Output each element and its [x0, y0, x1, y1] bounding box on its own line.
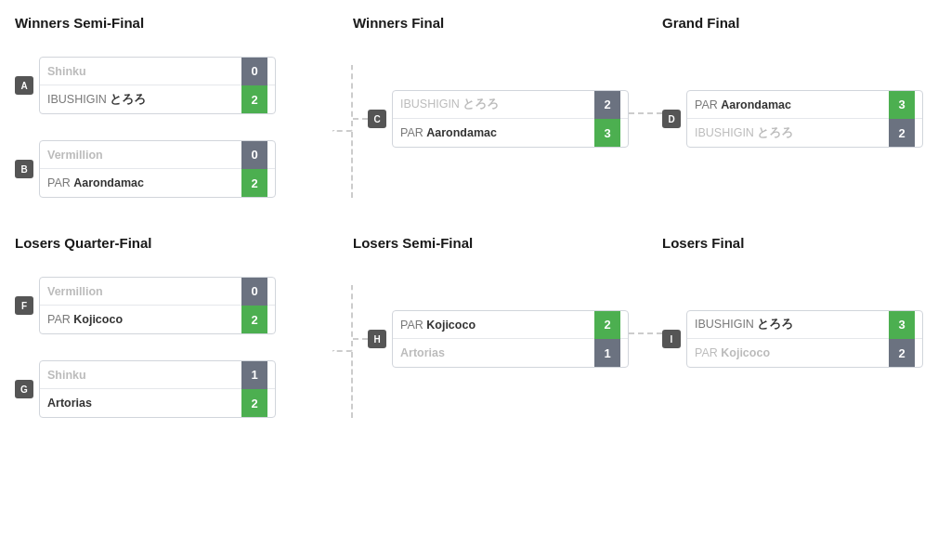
match-I-player-2: PAR Kojicoco 2	[687, 339, 922, 367]
winners-final-block: Winners Final C IBUSHIGIN とろろ 2 PAR Aaro…	[353, 15, 629, 148]
match-D-p2-score: 2	[889, 119, 915, 147]
conn-ab-c	[312, 15, 353, 198]
match-A-player-1: Shinku 0	[40, 58, 275, 85]
match-B-p1-name: Vermillion	[47, 149, 238, 162]
match-F-player-1: Vermillion 0	[40, 278, 275, 306]
match-F-p2-score: 2	[241, 306, 267, 333]
match-G-p2-name: Artorias	[47, 397, 238, 410]
match-I-p1-name: IBUSHIGIN とろろ	[695, 317, 885, 332]
losers-final-block: Losers Final I IBUSHIGIN とろろ 3 PAR Kojic…	[662, 235, 923, 368]
match-H-player-2: Artorias 1	[393, 339, 628, 367]
match-I: I IBUSHIGIN とろろ 3 PAR Kojicoco 2	[662, 310, 923, 368]
match-B-player-2: PAR Aarondamac 2	[40, 169, 275, 197]
match-A-player-2: IBUSHIGIN とろろ 2	[40, 85, 275, 113]
match-B-p2-name: PAR Aarondamac	[47, 176, 238, 189]
match-B: B Vermillion 0 PAR Aarondamac 2	[15, 140, 312, 198]
conn-c-d	[629, 15, 662, 114]
match-A-p2-name: IBUSHIGIN とろろ	[47, 92, 238, 108]
match-A: A Shinku 0 IBUSHIGIN とろろ 2	[15, 57, 312, 114]
match-B-p1-score: 0	[241, 141, 267, 169]
match-C-p2-name: PAR Aarondamac	[400, 126, 591, 139]
match-G-player-1: Shinku 1	[40, 361, 275, 389]
match-A-p2-score: 2	[241, 85, 267, 113]
match-G-player-2: Artorias 2	[40, 389, 275, 417]
match-B-player-1: Vermillion 0	[40, 141, 275, 169]
lqf-matches: F Vermillion 0 PAR Kojicoco 2 G	[15, 269, 312, 418]
match-G-badge: G	[15, 380, 33, 398]
match-G-card: Shinku 1 Artorias 2	[39, 360, 276, 418]
match-C-player-1: IBUSHIGIN とろろ 2	[393, 91, 628, 119]
wsf-matches: A Shinku 0 IBUSHIGIN とろろ 2 B	[15, 49, 312, 198]
gf-title: Grand Final	[662, 15, 923, 31]
lqf-title: Losers Quarter-Final	[15, 235, 312, 251]
match-H-player-1: PAR Kojicoco 2	[393, 311, 628, 339]
match-I-player-1: IBUSHIGIN とろろ 3	[687, 311, 922, 339]
match-A-badge: A	[15, 76, 33, 95]
winners-row: Winners Semi-Final A Shinku 0 IBUSHIGIN …	[15, 15, 936, 198]
match-A-card: Shinku 0 IBUSHIGIN とろろ 2	[39, 57, 276, 114]
conn-c-d-line	[629, 112, 662, 114]
wsf-title: Winners Semi-Final	[15, 15, 312, 31]
match-B-p2-score: 2	[241, 169, 267, 197]
match-I-p2-score: 2	[889, 339, 915, 367]
winners-semi-final-block: Winners Semi-Final A Shinku 0 IBUSHIGIN …	[15, 15, 312, 198]
match-F-p2-name: PAR Kojicoco	[47, 313, 238, 326]
losers-sf-block: Losers Semi-Final H PAR Kojicoco 2 Artor…	[353, 235, 629, 368]
match-C-player-2: PAR Aarondamac 3	[393, 119, 628, 147]
match-H-p1-name: PAR Kojicoco	[400, 319, 591, 332]
match-C-p2-score: 3	[594, 119, 620, 147]
match-D-p2-name: IBUSHIGIN とろろ	[695, 125, 885, 141]
match-F: F Vermillion 0 PAR Kojicoco 2	[15, 277, 312, 334]
match-G: G Shinku 1 Artorias 2	[15, 360, 312, 418]
conn-h-i-line	[629, 332, 662, 334]
match-C-badge: C	[368, 110, 386, 128]
match-H-p2-score: 1	[594, 339, 620, 367]
match-D-badge: D	[662, 110, 681, 128]
conn-left-C	[353, 118, 368, 120]
match-F-card: Vermillion 0 PAR Kojicoco 2	[39, 277, 276, 334]
match-B-badge: B	[15, 160, 33, 178]
match-I-card: IBUSHIGIN とろろ 3 PAR Kojicoco 2	[686, 310, 923, 368]
conn-fg-h	[312, 235, 353, 418]
match-A-p1-score: 0	[241, 58, 267, 85]
match-C-card: IBUSHIGIN とろろ 2 PAR Aarondamac 3	[392, 90, 629, 148]
bracket-layout: Winners Semi-Final A Shinku 0 IBUSHIGIN …	[15, 15, 936, 418]
match-D-p1-name: PAR Aarondamac	[695, 98, 885, 111]
match-D-p1-score: 3	[889, 91, 915, 119]
losers-qf-block: Losers Quarter-Final F Vermillion 0 PAR …	[15, 235, 312, 418]
match-I-badge: I	[662, 330, 681, 348]
wf-title: Winners Final	[353, 15, 629, 31]
match-G-p1-score: 1	[241, 361, 267, 389]
match-C-p1-score: 2	[594, 91, 620, 119]
match-I-p2-name: PAR Kojicoco	[695, 346, 885, 359]
match-G-p2-score: 2	[241, 389, 267, 417]
match-F-player-2: PAR Kojicoco 2	[40, 306, 275, 333]
match-H-p2-name: Artorias	[400, 346, 591, 359]
match-F-badge: F	[15, 296, 33, 315]
match-H-badge: H	[368, 330, 386, 348]
conn-left-H	[353, 338, 368, 340]
match-H-p1-score: 2	[594, 311, 620, 339]
match-H: H PAR Kojicoco 2 Artorias 1	[353, 310, 629, 368]
match-F-p1-name: Vermillion	[47, 285, 238, 298]
match-F-p1-score: 0	[241, 278, 267, 306]
match-G-p1-name: Shinku	[47, 369, 238, 382]
match-H-card: PAR Kojicoco 2 Artorias 1	[392, 310, 629, 368]
grand-final-block: Grand Final D PAR Aarondamac 3 IBUSHIGIN…	[662, 15, 923, 148]
conn-h-i	[629, 235, 662, 334]
match-I-p1-score: 3	[889, 311, 915, 339]
match-D: D PAR Aarondamac 3 IBUSHIGIN とろろ 2	[662, 90, 923, 148]
match-C: C IBUSHIGIN とろろ 2 PAR Aarondamac 3	[353, 90, 629, 148]
match-C-p1-name: IBUSHIGIN とろろ	[400, 97, 591, 112]
match-D-player-2: IBUSHIGIN とろろ 2	[687, 119, 922, 147]
match-A-p1-name: Shinku	[47, 65, 238, 78]
match-D-player-1: PAR Aarondamac 3	[687, 91, 922, 119]
match-B-card: Vermillion 0 PAR Aarondamac 2	[39, 140, 276, 198]
lsf-title: Losers Semi-Final	[353, 235, 629, 251]
losers-row: Losers Quarter-Final F Vermillion 0 PAR …	[15, 235, 936, 418]
match-D-card: PAR Aarondamac 3 IBUSHIGIN とろろ 2	[686, 90, 923, 148]
lf-title: Losers Final	[662, 235, 923, 251]
